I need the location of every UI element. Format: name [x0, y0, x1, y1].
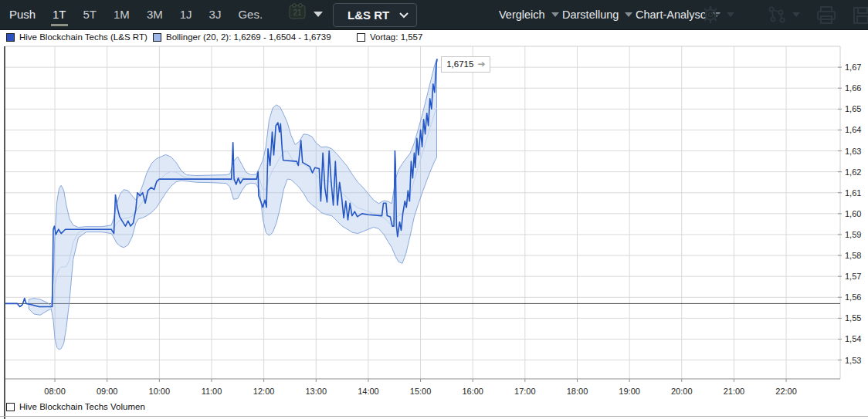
svg-text:20:00: 20:00: [671, 387, 693, 396]
svg-text:1,55: 1,55: [845, 313, 861, 323]
settings-gear-icon[interactable]: [701, 5, 720, 27]
svg-text:1,65: 1,65: [845, 104, 861, 113]
svg-text:1,58: 1,58: [845, 251, 861, 260]
legend-label: Hive Blockchain Techs (L&S RT): [19, 32, 147, 42]
range-tab-1m[interactable]: 1M: [114, 0, 130, 29]
arrow-right-icon: ➔: [477, 58, 485, 71]
svg-text:11:00: 11:00: [202, 387, 222, 396]
range-tabs: 1T 5T 1M 3M 1J 3J Ges.: [53, 0, 263, 29]
svg-text:1,59: 1,59: [845, 230, 861, 239]
svg-text:1,53: 1,53: [845, 356, 861, 365]
svg-text:1,54: 1,54: [845, 334, 861, 343]
menu-vergleich[interactable]: Vergleich: [494, 0, 564, 29]
svg-text:16:00: 16:00: [462, 387, 483, 396]
feed-select[interactable]: L&S RT: [333, 3, 417, 27]
bollinger-band: [29, 59, 436, 350]
svg-text:17:00: 17:00: [514, 387, 536, 396]
svg-text:1,60: 1,60: [845, 209, 861, 218]
svg-text:08:00: 08:00: [44, 387, 66, 396]
svg-text:13:00: 13:00: [306, 387, 327, 396]
svg-text:21:00: 21:00: [724, 387, 745, 396]
y-axis-labels: 1,671,661,651,641,631,621,611,601,591,58…: [838, 63, 861, 364]
range-tab-5t[interactable]: 5T: [83, 0, 97, 29]
svg-text:1,62: 1,62: [845, 167, 861, 177]
legend-item-price[interactable]: Hive Blockchain Techs (L&S RT): [6, 32, 147, 42]
svg-text:21: 21: [293, 8, 302, 17]
volume-legend-item[interactable]: Hive Blockchain Techs Volumen: [6, 402, 145, 411]
settings-caret-icon[interactable]: [727, 12, 734, 17]
svg-text:19:00: 19:00: [619, 387, 640, 396]
svg-text:15:00: 15:00: [410, 387, 432, 396]
feed-select-value: L&S RT: [348, 8, 389, 22]
legend-item-bollinger[interactable]: Bollinger (20, 2): 1,6269 - 1,6504 - 1,6…: [153, 32, 331, 42]
svg-text:1,64: 1,64: [845, 125, 861, 134]
svg-text:1,61: 1,61: [845, 188, 861, 198]
svg-text:10:00: 10:00: [149, 387, 171, 396]
x-axis-labels: 08:0009:0010:0011:0012:0013:0014:0015:00…: [44, 379, 797, 396]
svg-text:1,57: 1,57: [845, 272, 861, 281]
volume-legend-label: Hive Blockchain Techs Volumen: [19, 402, 145, 411]
svg-text:22:00: 22:00: [775, 387, 797, 396]
svg-text:1,67: 1,67: [845, 63, 861, 72]
vortag-swatch-icon: [357, 33, 365, 42]
last-price-tag: 1,6715 ➔: [441, 56, 490, 73]
price-chart: 08:0009:0010:0011:0012:0013:0014:0015:00…: [0, 0, 868, 419]
indicator-caret-icon[interactable]: [792, 12, 800, 17]
svg-text:1,63: 1,63: [845, 147, 861, 156]
chevron-down-icon: [399, 12, 409, 19]
menu-darstellung[interactable]: Darstellung: [558, 0, 637, 29]
range-tab-1j[interactable]: 1J: [180, 0, 192, 29]
calendar-dropdown-caret-icon[interactable]: [314, 12, 323, 17]
svg-text:1,66: 1,66: [845, 83, 861, 93]
save-icon[interactable]: [852, 5, 868, 29]
last-price-value: 1,6715: [446, 58, 473, 71]
legend-label: Bollinger (20, 2): 1,6269 - 1,6504 - 1,6…: [166, 32, 331, 42]
chart-legend: Hive Blockchain Techs (L&S RT) Bollinger…: [0, 32, 868, 45]
print-icon[interactable]: [815, 5, 837, 29]
toolbar: Push 1T 5T 1M 3M 1J 3J Ges. 21 L&S RT Ve…: [0, 0, 868, 30]
svg-text:12:00: 12:00: [253, 387, 275, 396]
calendar-icon[interactable]: 21: [287, 2, 307, 24]
price-series-swatch-icon: [6, 33, 15, 42]
bollinger-swatch-icon: [153, 33, 161, 42]
svg-text:09:00: 09:00: [97, 387, 118, 396]
push-button[interactable]: Push: [9, 0, 36, 29]
range-tab-3m[interactable]: 3M: [147, 0, 163, 29]
range-tab-ges[interactable]: Ges.: [238, 0, 263, 29]
legend-label: Vortag: 1,557: [370, 32, 422, 42]
svg-text:1,56: 1,56: [845, 292, 861, 302]
indicator-nodes-icon[interactable]: [767, 5, 787, 27]
range-tab-1t[interactable]: 1T: [53, 0, 66, 29]
volume-swatch-icon: [6, 403, 15, 411]
svg-text:14:00: 14:00: [358, 387, 379, 396]
svg-text:18:00: 18:00: [567, 387, 588, 396]
legend-item-vortag[interactable]: Vortag: 1,557: [357, 32, 422, 42]
range-tab-3j[interactable]: 3J: [209, 0, 222, 29]
